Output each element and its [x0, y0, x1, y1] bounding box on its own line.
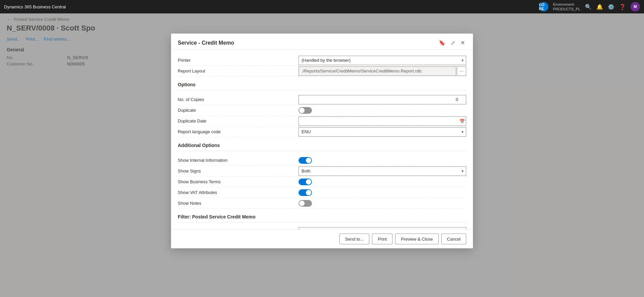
- duplicate-date-input-group: 📅: [299, 116, 466, 126]
- report-language-select[interactable]: ENU: [299, 127, 466, 137]
- options-heading: Options: [178, 82, 466, 87]
- report-language-label: Report language code: [178, 128, 299, 136]
- printer-select[interactable]: (Handled by the browser): [299, 56, 466, 65]
- send-to-button[interactable]: Send to...: [339, 234, 370, 244]
- duplicate-date-label: Duplicate Date: [178, 117, 299, 125]
- filter-no-select-wrapper: N_SERV/0008: [299, 227, 466, 230]
- report-language-row: Report language code ENU: [178, 127, 466, 137]
- report-layout-row: Report Layout ···: [178, 66, 466, 77]
- modal-overlay: Service - Credit Memo 🔖 ⤢ ✕ Printer (Han…: [0, 13, 644, 297]
- modal-dialog: Service - Credit Memo 🔖 ⤢ ✕ Printer (Han…: [171, 34, 473, 248]
- show-business-terms-control: [299, 179, 466, 185]
- print-button[interactable]: Print: [372, 234, 392, 244]
- show-notes-control: [299, 200, 466, 207]
- settings-icon[interactable]: ⚙️: [608, 4, 614, 10]
- user-avatar-m[interactable]: M: [631, 2, 640, 11]
- report-layout-input[interactable]: [299, 66, 456, 76]
- modal-body: Printer (Handled by the browser) Report …: [171, 50, 473, 229]
- duplicate-date-input[interactable]: [299, 116, 466, 126]
- show-internal-info-row: Show Internal Information: [178, 155, 466, 166]
- show-business-terms-label: Show Business Terms: [178, 178, 299, 186]
- expand-icon[interactable]: ⤢: [449, 39, 457, 47]
- modal-header-actions: 🔖 ⤢ ✕: [437, 39, 466, 47]
- help-icon[interactable]: ❓: [619, 4, 626, 10]
- close-icon[interactable]: ✕: [459, 39, 466, 47]
- duplicate-row: Duplicate: [178, 105, 466, 116]
- topbar: Dynamics 365 Business Central CO RE Envi…: [0, 0, 644, 13]
- report-layout-input-group: ···: [299, 66, 466, 76]
- filter-no-label: ✕ No.: [178, 228, 299, 229]
- page-background: ← Posted Service Credit Memo N_SERV/0008…: [0, 13, 644, 297]
- environment-info: Environment: PRODUCTS_PL: [553, 2, 580, 12]
- show-vat-attributes-toggle[interactable]: [299, 189, 312, 196]
- no-of-copies-row: No. of Copies: [178, 94, 466, 105]
- duplicate-toggle-thumb: [299, 108, 305, 113]
- show-vat-attributes-toggle-wrapper: [299, 189, 466, 196]
- topbar-right: CO RE Environment: PRODUCTS_PL 🔍 🔔 ⚙️ ❓ …: [539, 2, 640, 12]
- show-business-terms-toggle-thumb: [306, 179, 311, 185]
- filter-no-select[interactable]: N_SERV/0008: [299, 227, 466, 230]
- no-of-copies-input[interactable]: [299, 95, 466, 104]
- show-notes-toggle-thumb: [299, 201, 305, 206]
- show-internal-info-toggle-thumb: [306, 158, 311, 163]
- show-vat-attributes-row: Show VAT Attributes: [178, 187, 466, 198]
- duplicate-label: Duplicate: [178, 106, 299, 114]
- show-notes-toggle-wrapper: [299, 200, 466, 207]
- filter-no-control: N_SERV/0008: [299, 227, 466, 230]
- show-signs-control: Both: [299, 166, 466, 176]
- search-icon[interactable]: 🔍: [585, 4, 592, 10]
- notifications-icon[interactable]: 🔔: [596, 4, 603, 10]
- no-of-copies-label: No. of Copies: [178, 96, 299, 103]
- no-of-copies-control: [299, 95, 466, 104]
- printer-label: Printer: [178, 56, 299, 64]
- show-notes-row: Show Notes: [178, 198, 466, 209]
- printer-control: (Handled by the browser): [299, 56, 466, 65]
- env-name: PRODUCTS_PL: [553, 7, 580, 11]
- modal-footer: Send to... Print Preview & Close Cancel: [171, 229, 473, 248]
- report-layout-ellipsis-button[interactable]: ···: [457, 66, 466, 76]
- show-business-terms-toggle[interactable]: [299, 179, 312, 185]
- duplicate-date-control: 📅: [299, 116, 466, 126]
- show-signs-label: Show Signs: [178, 167, 299, 175]
- modal-header: Service - Credit Memo 🔖 ⤢ ✕: [171, 34, 473, 50]
- show-notes-label: Show Notes: [178, 199, 299, 207]
- report-language-select-wrapper: ENU: [299, 127, 466, 137]
- show-notes-toggle[interactable]: [299, 200, 312, 207]
- show-signs-row: Show Signs Both: [178, 166, 466, 177]
- printer-select-wrapper: (Handled by the browser): [299, 56, 466, 65]
- show-internal-info-control: [299, 157, 466, 164]
- additional-options-divider: [178, 151, 466, 151]
- report-layout-control: ···: [299, 66, 466, 76]
- show-vat-attributes-control: [299, 189, 466, 196]
- app-title: Dynamics 365 Business Central: [4, 4, 66, 9]
- filter-divider: [178, 222, 466, 222]
- filter-no-row: ✕ No. N_SERV/0008: [178, 227, 466, 229]
- show-business-terms-toggle-wrapper: [299, 179, 466, 185]
- duplicate-date-row: Duplicate Date 📅: [178, 116, 466, 127]
- show-internal-info-toggle[interactable]: [299, 157, 312, 164]
- user-avatar-co[interactable]: CO RE: [539, 2, 548, 11]
- show-vat-attributes-label: Show VAT Attributes: [178, 189, 299, 196]
- show-business-terms-row: Show Business Terms: [178, 177, 466, 187]
- app-title-area: Dynamics 365 Business Central: [4, 4, 66, 9]
- show-signs-select[interactable]: Both: [299, 166, 466, 176]
- show-internal-info-toggle-wrapper: [299, 157, 466, 164]
- env-label: Environment:: [553, 2, 580, 7]
- duplicate-toggle[interactable]: [299, 107, 312, 114]
- options-divider: [178, 90, 466, 90]
- filter-heading: Filter: Posted Service Credit Memo: [178, 214, 466, 219]
- modal-title: Service - Credit Memo: [178, 40, 234, 46]
- duplicate-control: [299, 107, 466, 114]
- cancel-button[interactable]: Cancel: [441, 234, 466, 244]
- preview-close-button[interactable]: Preview & Close: [395, 234, 438, 244]
- report-language-control: ENU: [299, 127, 466, 137]
- bookmark-icon[interactable]: 🔖: [437, 39, 447, 47]
- duplicate-toggle-wrapper: [299, 107, 466, 114]
- additional-options-heading: Additional Options: [178, 143, 466, 148]
- printer-row: Printer (Handled by the browser): [178, 55, 466, 66]
- show-vat-attributes-toggle-thumb: [306, 190, 311, 195]
- show-internal-info-label: Show Internal Information: [178, 156, 299, 164]
- show-signs-select-wrapper: Both: [299, 166, 466, 176]
- report-layout-label: Report Layout: [178, 67, 299, 75]
